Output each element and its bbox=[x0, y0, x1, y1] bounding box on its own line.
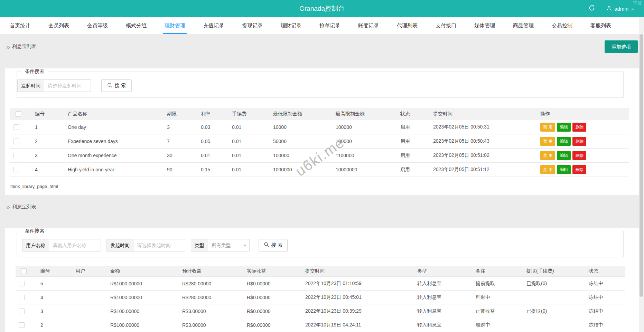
type-select[interactable]: 所有类型 bbox=[208, 239, 250, 252]
delete-button[interactable]: 删除 bbox=[572, 151, 586, 160]
search-button-1[interactable]: 搜 索 bbox=[101, 79, 132, 92]
username: admin bbox=[614, 6, 628, 12]
row-checkbox[interactable] bbox=[13, 139, 19, 144]
cell-name: High yield in one year bbox=[64, 162, 164, 177]
edit-button[interactable]: 编辑 bbox=[557, 151, 571, 160]
checkbox-cell bbox=[10, 120, 31, 134]
column-header: 提交时间 bbox=[430, 108, 537, 120]
nav-tab[interactable]: 商品管理 bbox=[504, 17, 543, 34]
search-form-2: 用户名称 发起时间 类型 所有类型 bbox=[17, 239, 623, 252]
cell-actual: R$0.00000 bbox=[243, 291, 302, 304]
row-checkbox[interactable] bbox=[19, 281, 25, 286]
cell-actual: R$0.00000 bbox=[243, 318, 302, 332]
column-header: 提交时间 bbox=[302, 266, 414, 277]
nav-tab[interactable]: 客服列表 bbox=[581, 17, 620, 34]
refresh-button[interactable] bbox=[584, 0, 600, 17]
select-all-checkbox[interactable] bbox=[21, 268, 27, 274]
nav-tab[interactable]: 媒体管理 bbox=[465, 17, 504, 34]
cell-note: 理财中 bbox=[472, 291, 523, 304]
start-time-label: 发起时间 bbox=[17, 79, 44, 92]
cell-time: 2022年10月23日 00:39:29 bbox=[302, 304, 414, 318]
scrollbar-track[interactable] bbox=[639, 17, 644, 332]
user-name-label: 用户名称 bbox=[22, 239, 49, 252]
table-row: 1One day30.030.0110000100000启用2023年02月05… bbox=[10, 120, 629, 134]
breadcrumb-icon: » bbox=[6, 203, 9, 210]
nav-tab[interactable]: 账变记录 bbox=[349, 17, 388, 34]
search-button-2[interactable]: 搜 索 bbox=[259, 239, 288, 252]
start-time-label: 发起时间 bbox=[106, 239, 133, 252]
nav-tab[interactable]: 理财管理 bbox=[156, 17, 194, 34]
table-row: 3One month experience300.010.01100000110… bbox=[10, 148, 629, 162]
column-header: 产品名称 bbox=[64, 108, 164, 120]
row-checkbox[interactable] bbox=[13, 153, 19, 158]
column-header: 提取(手续费) bbox=[523, 266, 585, 277]
breadcrumb: 利息宝列表 bbox=[12, 44, 36, 50]
cell-name: Experience seven days bbox=[64, 134, 164, 148]
condition-search-fieldset-2: 条件搜索 用户名称 发起时间 类型 所有类型 bbox=[17, 228, 624, 257]
disable-button[interactable]: 禁 用 bbox=[540, 123, 555, 132]
checkbox-cell bbox=[16, 277, 37, 291]
start-time-input[interactable] bbox=[44, 79, 91, 92]
user-name-input[interactable] bbox=[49, 239, 101, 252]
cell-note: 正常收益 bbox=[472, 304, 523, 318]
cell-id: 2 bbox=[31, 134, 64, 148]
nav-tab[interactable]: 会员等级 bbox=[78, 17, 117, 34]
nav-tab[interactable]: 充值记录 bbox=[194, 17, 233, 34]
scrollbar-thumb[interactable] bbox=[640, 34, 643, 297]
cell-actions: 禁 用编辑删除 bbox=[537, 120, 629, 134]
cell-min: 100000 bbox=[270, 148, 332, 162]
search-button-label: 搜 索 bbox=[271, 242, 282, 248]
nav-tab[interactable]: 支付接口 bbox=[427, 17, 465, 34]
cell-period: 90 bbox=[164, 162, 197, 177]
nav-tab[interactable]: 会员列表 bbox=[39, 17, 78, 34]
disable-button[interactable]: 禁 用 bbox=[540, 165, 555, 174]
nav-tab[interactable]: 交易控制 bbox=[543, 17, 581, 34]
cell-period: 30 bbox=[164, 148, 197, 162]
delete-button[interactable]: 删除 bbox=[572, 137, 586, 146]
header-checkbox-cell bbox=[10, 108, 31, 120]
table-row: 2R$100.00000R$3.00000R$0.000002022年10月19… bbox=[16, 318, 625, 332]
nav-tabs: 首页统计会员列表会员等级模式分组理财管理充值记录提现记录理财记录抢单记录账变记录… bbox=[0, 17, 644, 34]
admin-page: Granada控制台 正版 admin bbox=[0, 0, 644, 332]
cell-amount: R$1000.00000 bbox=[107, 291, 179, 304]
cell-status: 启用 bbox=[397, 148, 430, 162]
nav-tab[interactable]: 理财记录 bbox=[272, 17, 310, 34]
disable-button[interactable]: 禁 用 bbox=[540, 151, 555, 160]
cell-min: 1000000 bbox=[270, 162, 332, 177]
add-option-button[interactable]: 添加选项 bbox=[605, 40, 638, 53]
nav-tab[interactable]: 提现记录 bbox=[233, 17, 272, 34]
delete-button[interactable]: 删除 bbox=[572, 165, 586, 174]
table-header-row: 编号用户金额预计收益实际收益提交时间类型备注提取(手续费)状态 bbox=[16, 266, 625, 277]
row-checkbox[interactable] bbox=[13, 167, 19, 172]
disable-button[interactable]: 禁 用 bbox=[540, 137, 555, 146]
edit-button[interactable]: 编辑 bbox=[557, 165, 571, 174]
edit-button[interactable]: 编辑 bbox=[557, 123, 571, 132]
cell-status: 冻结中 bbox=[585, 304, 625, 318]
cell-fee: 0.01 bbox=[228, 162, 270, 177]
chevron-down-icon bbox=[243, 245, 246, 247]
condition-search-legend: 条件搜索 bbox=[21, 68, 48, 75]
cell-expected: R$3.00000 bbox=[179, 318, 243, 332]
select-all-checkbox[interactable] bbox=[16, 111, 21, 117]
nav-tab[interactable]: 代理列表 bbox=[388, 17, 427, 34]
row-checkbox[interactable] bbox=[19, 309, 25, 314]
cell-id: 4 bbox=[37, 291, 72, 304]
row-checkbox[interactable] bbox=[19, 295, 25, 300]
row-checkbox[interactable] bbox=[19, 322, 25, 328]
user-menu[interactable]: admin bbox=[600, 0, 641, 17]
cell-note: 理财中 bbox=[472, 318, 523, 332]
cell-withdraw: 已提取(0) bbox=[523, 277, 585, 291]
cell-rate: 0.05 bbox=[197, 134, 228, 148]
nav-tab[interactable]: 模式分组 bbox=[117, 17, 156, 34]
table-row: 4R$1000.00000R$280.00000R$0.000002022年10… bbox=[16, 291, 625, 304]
cell-name: One day bbox=[64, 120, 164, 134]
edit-button[interactable]: 编辑 bbox=[557, 137, 571, 146]
delete-button[interactable]: 删除 bbox=[572, 123, 586, 132]
nav-tab[interactable]: 抢单记录 bbox=[310, 17, 349, 34]
start-time-input[interactable] bbox=[133, 239, 185, 252]
row-checkbox[interactable] bbox=[13, 124, 19, 130]
nav-tab[interactable]: 首页统计 bbox=[1, 17, 39, 34]
checkbox-cell bbox=[16, 304, 37, 318]
cell-actual: R$0.00000 bbox=[243, 304, 302, 318]
cell-min: 50000 bbox=[270, 134, 332, 148]
